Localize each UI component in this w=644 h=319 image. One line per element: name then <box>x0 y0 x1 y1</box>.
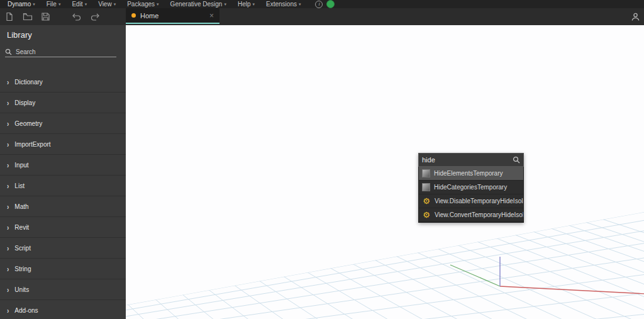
node-search-input[interactable] <box>422 156 510 164</box>
search-result-converttemporaryhideisolate[interactable]: ⚙ View.ConvertTemporaryHideIsolate <box>419 208 523 222</box>
save-icon[interactable] <box>40 11 51 22</box>
chevron-right-icon: › <box>7 264 9 272</box>
library-category-list: › Dictionary › Display › Geometry › Impo… <box>0 72 126 319</box>
info-icon[interactable]: i <box>315 1 323 8</box>
gear-icon: ⚙ <box>422 211 431 220</box>
library-item-display[interactable]: › Display <box>0 92 126 113</box>
search-result-hidecategoriestemporary[interactable]: HideCategoriesTemporary <box>419 181 523 194</box>
search-icon <box>5 48 12 55</box>
menu-help[interactable]: Help ▾ <box>232 0 260 8</box>
chevron-down-icon: ▾ <box>224 0 226 8</box>
tab-strip: Home × <box>0 8 644 25</box>
workspace-canvas[interactable]: HideElementsTemporary HideCategoriesTemp… <box>126 25 644 319</box>
library-item-geometry[interactable]: › Geometry <box>0 113 126 134</box>
new-file-icon[interactable] <box>4 11 14 22</box>
unsaved-dot-icon <box>131 13 136 18</box>
chevron-right-icon: › <box>7 119 9 127</box>
node-search-box <box>418 153 524 167</box>
chevron-right-icon: › <box>7 77 9 86</box>
menu-label: Extensions <box>266 1 297 8</box>
chevron-right-icon: › <box>7 140 9 148</box>
y-axis <box>450 265 500 286</box>
open-folder-icon[interactable] <box>22 11 33 22</box>
node-preview-icon <box>422 183 430 191</box>
search-icon <box>513 156 520 164</box>
menu-view[interactable]: View ▾ <box>92 0 121 8</box>
menu-label: File <box>47 1 57 8</box>
chevron-right-icon: › <box>7 181 9 189</box>
menu-label: Generative Design <box>170 1 223 8</box>
x-axis <box>500 286 644 294</box>
library-panel: Library Search › Dictionary › Display › … <box>0 25 126 319</box>
account-icon[interactable] <box>630 11 641 22</box>
library-item-string[interactable]: › String <box>0 259 126 279</box>
gear-icon: ⚙ <box>422 197 431 206</box>
menu-edit[interactable]: Edit ▾ <box>66 0 92 8</box>
menu-label: Help <box>238 1 251 8</box>
chevron-right-icon: › <box>7 243 9 252</box>
library-search[interactable]: Search <box>5 47 116 57</box>
menu-generative-design[interactable]: Generative Design ▾ <box>165 0 232 8</box>
chevron-down-icon: ▾ <box>114 0 116 8</box>
redo-icon[interactable] <box>89 11 100 22</box>
chevron-down-icon: ▾ <box>85 0 87 8</box>
chevron-down-icon: ▾ <box>157 0 159 8</box>
tab-home[interactable]: Home × <box>126 8 219 24</box>
chevron-down-icon: ▾ <box>253 0 255 8</box>
chevron-right-icon: › <box>7 202 9 210</box>
node-search-popup: HideElementsTemporary HideCategoriesTemp… <box>418 153 524 223</box>
library-item-math[interactable]: › Math <box>0 196 126 217</box>
notifications-icon[interactable] <box>326 0 335 8</box>
chevron-right-icon: › <box>7 223 9 231</box>
menu-label: Edit <box>72 1 82 8</box>
chevron-down-icon: ▾ <box>299 0 301 8</box>
perspective-grid <box>126 25 644 319</box>
chevron-right-icon: › <box>7 285 9 293</box>
library-item-addons[interactable]: › Add-ons <box>0 300 126 319</box>
chevron-down-icon: ▾ <box>33 0 35 8</box>
menu-label: Packages <box>127 1 155 8</box>
library-item-importexport[interactable]: › ImportExport <box>0 134 126 155</box>
library-item-units[interactable]: › Units <box>0 279 126 300</box>
chevron-down-icon: ▾ <box>58 0 61 8</box>
node-search-results: HideElementsTemporary HideCategoriesTemp… <box>418 167 524 223</box>
library-item-input[interactable]: › Input <box>0 155 126 176</box>
chevron-right-icon: › <box>7 98 9 106</box>
menu-bar: Dynamo ▾ File ▾ Edit ▾ View ▾ Packages ▾… <box>0 0 644 8</box>
library-item-revit[interactable]: › Revit <box>0 217 126 238</box>
close-icon[interactable]: × <box>209 12 214 20</box>
chevron-right-icon: › <box>7 306 9 314</box>
dynamo-window: Dynamo ▾ File ▾ Edit ▾ View ▾ Packages ▾… <box>0 0 644 319</box>
library-item-script[interactable]: › Script <box>0 238 126 259</box>
chevron-right-icon: › <box>7 160 9 169</box>
search-result-hideelementstemporary[interactable]: HideElementsTemporary <box>419 167 523 181</box>
menu-label: Dynamo <box>8 1 31 8</box>
library-search-placeholder: Search <box>16 48 36 55</box>
library-title: Library <box>7 30 32 40</box>
menu-file[interactable]: File ▾ <box>41 0 67 8</box>
tab-home-label: Home <box>140 12 205 20</box>
menu-extensions[interactable]: Extensions ▾ <box>260 0 306 8</box>
menu-packages[interactable]: Packages ▾ <box>121 0 164 8</box>
undo-icon[interactable] <box>71 11 82 22</box>
library-item-dictionary[interactable]: › Dictionary <box>0 72 126 92</box>
menu-label: View <box>98 1 112 8</box>
library-item-list[interactable]: › List <box>0 176 126 196</box>
menu-dynamo[interactable]: Dynamo ▾ <box>0 0 41 8</box>
node-preview-icon <box>422 169 430 177</box>
search-result-disabletemporaryhideisolate[interactable]: ⚙ View.DisableTemporaryHideIsolate <box>419 194 523 208</box>
